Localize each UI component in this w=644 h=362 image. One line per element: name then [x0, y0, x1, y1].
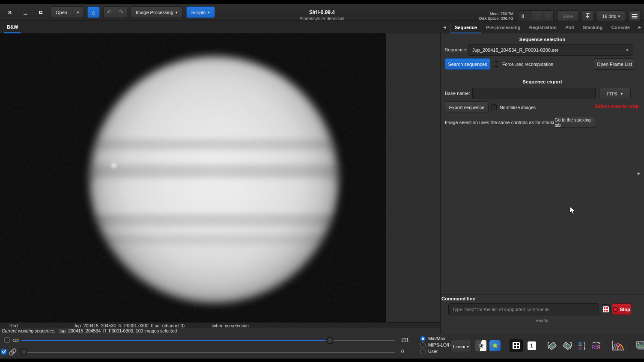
close-icon[interactable]: × — [5, 8, 15, 17]
open-button[interactable]: Open — [51, 6, 72, 18]
status-ready-label: Ready. — [441, 318, 644, 323]
open-recent-dropdown-button[interactable]: ▾ — [72, 6, 84, 18]
save-button[interactable]: Save — [557, 10, 578, 22]
image-stack-icon — [635, 340, 644, 352]
sequence-label: Sequence: — [445, 47, 468, 52]
tab-sequence[interactable]: Sequence — [450, 22, 481, 33]
command-chip-icon — [603, 306, 609, 312]
siril-window: × Open ▾ ⌂ ↶ ↷ Image Processing▾ Scripts… — [0, 0, 644, 362]
radio-user[interactable] — [420, 349, 426, 354]
viewer-tab-bw[interactable]: B&W — [4, 21, 21, 33]
link-sliders-checkbox[interactable] — [1, 349, 7, 355]
rotate-right-button[interactable] — [561, 340, 572, 351]
bit-depth-dropdown[interactable]: 16 bits▾ — [597, 10, 625, 22]
svg-text:R: R — [578, 346, 582, 351]
force-recompute-checkline: Force .seq recomputation — [494, 61, 553, 67]
image-processing-menu-button[interactable]: Image Processing▾ — [131, 6, 183, 18]
lo-value: 0 — [401, 349, 404, 354]
redo-button[interactable]: ↷ — [115, 6, 127, 18]
save-as-button[interactable] — [581, 10, 593, 22]
tabs-scroll-left-button[interactable]: ◂ — [440, 24, 449, 30]
chevron-down-icon: ▾ — [77, 10, 79, 15]
hi-slider-track[interactable] — [21, 340, 395, 341]
frame-spinner-value[interactable]: 8 — [518, 11, 532, 21]
go-to-stacking-button[interactable]: Go to the stacking tab — [554, 117, 596, 128]
tab-registration[interactable]: Registration — [525, 22, 561, 33]
maximize-icon[interactable] — [36, 8, 45, 17]
export-format-dropdown[interactable]: FITS ▾ — [599, 88, 631, 99]
base-name-input[interactable] — [472, 88, 596, 99]
rotate-right-icon — [561, 340, 572, 351]
lo-slider-handle[interactable] — [20, 348, 27, 356]
canvas-area — [0, 33, 440, 322]
normalize-checkline: Normalize images — [491, 104, 536, 110]
chain-link-icon — [8, 347, 17, 358]
command-input[interactable] — [448, 303, 599, 315]
export-sequence-button[interactable]: Export sequence — [445, 101, 489, 113]
svg-text:R: R — [578, 341, 582, 346]
arrow-left-icon: ◂ — [443, 24, 446, 30]
fwhm-label: fwhm: no selection — [212, 323, 249, 328]
frame-spinner: 8 − + — [518, 10, 554, 22]
current-file-label: Jup_200415_204534_R_F0001-0300_0.ser (ch… — [74, 323, 185, 328]
tabs-scroll-right-button[interactable]: ▸ — [635, 24, 644, 30]
single-view-icon: 1 — [528, 341, 536, 350]
sequence-export-heading: Sequence export — [441, 79, 644, 84]
image-list-button[interactable] — [634, 340, 644, 351]
rotate-left-icon — [547, 340, 558, 351]
menu-button[interactable] — [629, 10, 641, 22]
flip-vertical-button[interactable]: R R — [575, 340, 587, 351]
mem-label: Mem: 769.7M — [479, 12, 513, 16]
hi-slider-handle[interactable] — [326, 337, 334, 344]
flip-horizontal-icon: R R — [590, 340, 602, 351]
cut-checkbox[interactable] — [4, 337, 10, 343]
radio-mips[interactable] — [420, 342, 426, 348]
grid-view-button[interactable] — [510, 339, 523, 352]
star-detection-toggle-icon[interactable]: ★ — [475, 340, 486, 351]
lo-slider-track[interactable] — [21, 352, 395, 353]
command-history-button[interactable] — [601, 304, 611, 314]
radio-minmax[interactable] — [420, 336, 426, 341]
hamburger-icon — [632, 14, 638, 19]
tab-pre-processing[interactable]: Pre-processing — [482, 22, 524, 33]
display-controls-bar: cut 211 0 Min/Max MIPS-LO/HI User — [0, 334, 644, 359]
search-sequences-button[interactable]: Search sequences — [445, 58, 490, 70]
moon-blob — [110, 161, 118, 170]
image-status-bar: Red Jup_200415_204534_R_F0001-0300_0.ser… — [0, 322, 440, 328]
single-view-button[interactable]: 1 — [526, 340, 537, 351]
tab-plot[interactable]: Plot — [561, 22, 578, 33]
chevron-down-icon: ▾ — [208, 10, 210, 15]
working-sequence-prefix: Current working sequence: — [2, 328, 55, 333]
minimize-icon[interactable] — [21, 8, 30, 17]
undo-button[interactable]: ↶ — [103, 6, 115, 18]
spinner-minus-button[interactable]: − — [532, 11, 543, 21]
sequence-combobox[interactable]: Jup_200415_204534_R_F0001-0300.ser ▾ — [468, 44, 632, 56]
svg-text:R: R — [597, 344, 600, 350]
rotate-left-button[interactable] — [546, 340, 558, 351]
download-icon — [584, 13, 591, 19]
chevron-down-icon: ▾ — [626, 48, 628, 52]
flip-vertical-icon: R R — [576, 340, 587, 351]
open-frame-list-button[interactable]: Open Frame List — [594, 58, 635, 70]
scale-mode-dropdown[interactable]: Linear ▾ — [450, 340, 471, 353]
arrow-right-icon: ▸ — [638, 24, 641, 30]
star-finder-icon[interactable]: ★ — [489, 340, 501, 351]
chevron-down-icon: ▾ — [176, 10, 178, 15]
force-recompute-checkbox[interactable] — [494, 61, 499, 67]
image-viewport[interactable] — [0, 33, 386, 322]
check-icon — [2, 350, 6, 353]
grid-view-icon — [513, 342, 520, 349]
resource-info: Mem: 769.7M Disk Space: 336.4G — [479, 12, 513, 21]
tab-stacking[interactable]: Stacking — [579, 22, 606, 33]
tab-console[interactable]: Console — [608, 22, 634, 33]
spinner-plus-button[interactable]: + — [543, 11, 553, 21]
crop-warning-text: Select area to crop — [595, 104, 639, 109]
scripts-menu-button[interactable]: Scripts▾ — [186, 6, 215, 18]
panel-expander-arrow[interactable]: ▸ — [638, 170, 640, 176]
tab-row: B&W ◂ Sequence Pre-processing Registrati… — [0, 21, 644, 33]
home-button[interactable]: ⌂ — [87, 6, 100, 18]
normalize-checkbox[interactable] — [491, 104, 497, 110]
histogram-button[interactable] — [611, 340, 625, 351]
stop-button[interactable]: Stop — [612, 303, 631, 315]
flip-horizontal-button[interactable]: R R — [590, 340, 602, 351]
